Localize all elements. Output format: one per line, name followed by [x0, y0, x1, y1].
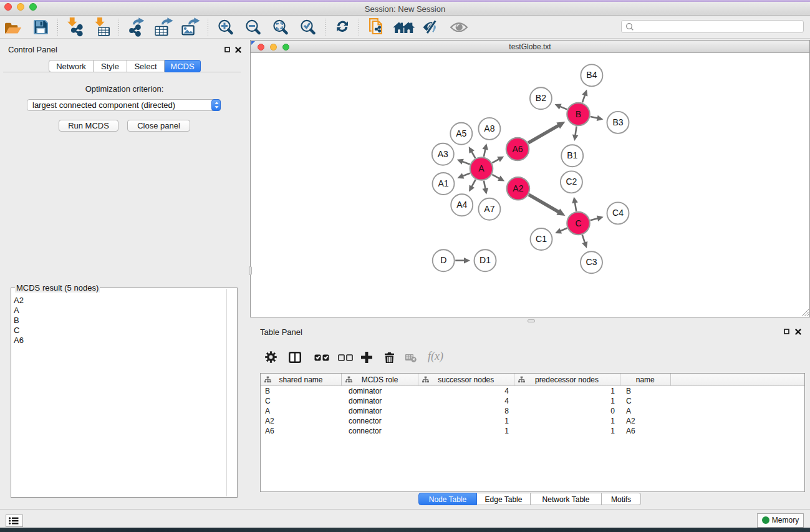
svg-text:C1: C1 [536, 234, 547, 244]
svg-text:B1: B1 [567, 150, 577, 160]
svg-text:B2: B2 [536, 93, 546, 103]
svg-text:A5: A5 [456, 128, 466, 138]
svg-text:A8: A8 [484, 123, 494, 133]
svg-text:C: C [575, 218, 581, 228]
svg-text:A4: A4 [456, 200, 467, 210]
svg-text:A: A [478, 163, 485, 173]
svg-text:A1: A1 [438, 178, 448, 188]
svg-text:C2: C2 [566, 177, 577, 186]
svg-text:A2: A2 [513, 183, 523, 193]
svg-text:B: B [576, 109, 581, 119]
svg-text:B3: B3 [612, 117, 623, 127]
svg-text:A6: A6 [512, 144, 523, 154]
svg-text:A3: A3 [438, 149, 448, 159]
svg-text:B4: B4 [586, 70, 597, 80]
svg-text:C4: C4 [612, 208, 624, 218]
svg-text:A7: A7 [484, 204, 494, 214]
svg-text:C3: C3 [586, 257, 597, 267]
svg-text:D: D [440, 255, 446, 265]
svg-text:D1: D1 [480, 255, 491, 265]
